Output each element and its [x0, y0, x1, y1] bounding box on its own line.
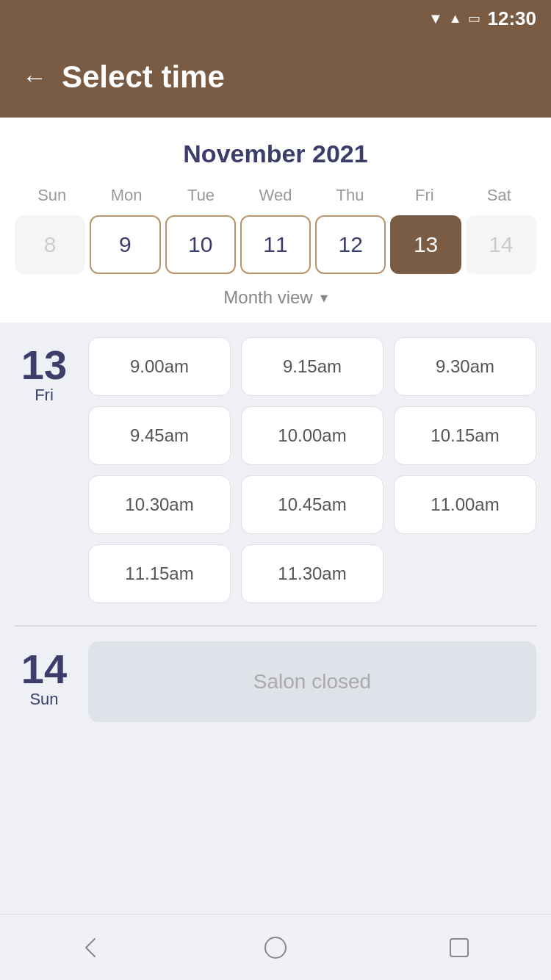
timeslot-945am[interactable]: 9.45am	[88, 406, 231, 465]
salon-closed-label: Salon closed	[253, 670, 371, 693]
weekday-sat: Sat	[462, 186, 536, 205]
timeslot-1045am[interactable]: 10.45am	[241, 475, 383, 534]
weekday-sun: Sun	[15, 186, 89, 205]
nav-back-button[interactable]	[73, 929, 110, 966]
back-button[interactable]: ←	[22, 63, 47, 92]
nav-recent-button[interactable]	[441, 929, 478, 966]
back-nav-icon	[79, 934, 105, 961]
weekday-fri: Fri	[387, 186, 461, 205]
cal-day-11[interactable]: 11	[240, 215, 311, 274]
cal-day-9[interactable]: 9	[90, 215, 160, 274]
day-13-timegrid: 9.00am 9.15am 9.30am 9.45am 10.00am 10.1…	[88, 337, 536, 603]
cal-day-12[interactable]: 12	[315, 215, 386, 274]
timeslot-1130am[interactable]: 11.30am	[241, 544, 383, 603]
timeslot-915am[interactable]: 9.15am	[241, 337, 383, 396]
calendar-row: 8 9 10 11 12 13 14	[15, 215, 536, 274]
month-view-toggle[interactable]: Month view ▾	[15, 287, 536, 308]
cal-day-10[interactable]: 10	[165, 215, 236, 274]
battery-icon: ▭	[468, 10, 480, 26]
status-icons: ▼ ▲ ▭	[428, 10, 480, 27]
month-view-label: Month view	[223, 287, 312, 308]
day-14-block: 14 Sun Salon closed	[15, 641, 536, 722]
day-13-name: Fri	[35, 386, 54, 405]
status-time: 12:30	[488, 7, 537, 30]
home-nav-icon	[262, 934, 289, 961]
timeslot-930am[interactable]: 9.30am	[394, 337, 536, 396]
wifi-icon: ▼	[428, 10, 443, 27]
weekday-thu: Thu	[313, 186, 387, 205]
cal-day-8[interactable]: 8	[15, 215, 85, 274]
weekdays-row: Sun Mon Tue Wed Thu Fri Sat	[15, 186, 536, 205]
day-14-label: 14 Sun	[15, 641, 73, 722]
month-year: November 2021	[15, 140, 536, 168]
recent-nav-icon	[446, 934, 472, 961]
svg-point-0	[265, 937, 286, 958]
timeslots-section: 13 Fri 9.00am 9.15am 9.30am 9.45am 10.00…	[0, 323, 551, 914]
cal-day-13[interactable]: 13	[390, 215, 461, 274]
timeslot-1100am[interactable]: 11.00am	[394, 475, 536, 534]
weekday-mon: Mon	[89, 186, 163, 205]
status-bar: ▼ ▲ ▭ 12:30	[0, 0, 551, 37]
cal-day-14[interactable]: 14	[466, 215, 536, 274]
timeslot-1030am[interactable]: 10.30am	[88, 475, 231, 534]
timeslot-900am[interactable]: 9.00am	[88, 337, 231, 396]
bottom-nav	[0, 914, 551, 980]
timeslot-1015am[interactable]: 10.15am	[394, 406, 536, 465]
calendar-section: November 2021 Sun Mon Tue Wed Thu Fri Sa…	[0, 118, 551, 323]
day-13-number: 13	[21, 345, 67, 386]
svg-rect-1	[450, 939, 468, 956]
app-header: ← Select time	[0, 37, 551, 118]
day-14-name: Sun	[29, 690, 58, 709]
day-divider	[15, 625, 536, 627]
signal-icon: ▲	[449, 11, 462, 26]
timeslot-1000am[interactable]: 10.00am	[241, 406, 383, 465]
nav-home-button[interactable]	[257, 929, 294, 966]
salon-closed-banner: Salon closed	[88, 641, 536, 722]
weekday-wed: Wed	[238, 186, 312, 205]
timeslot-1115am[interactable]: 11.15am	[88, 544, 231, 603]
page-title: Select time	[62, 60, 225, 95]
day-13-label: 13 Fri	[15, 337, 73, 603]
day-13-block: 13 Fri 9.00am 9.15am 9.30am 9.45am 10.00…	[15, 337, 536, 603]
day-14-number: 14	[21, 649, 67, 690]
chevron-down-icon: ▾	[320, 289, 328, 306]
weekday-tue: Tue	[164, 186, 238, 205]
